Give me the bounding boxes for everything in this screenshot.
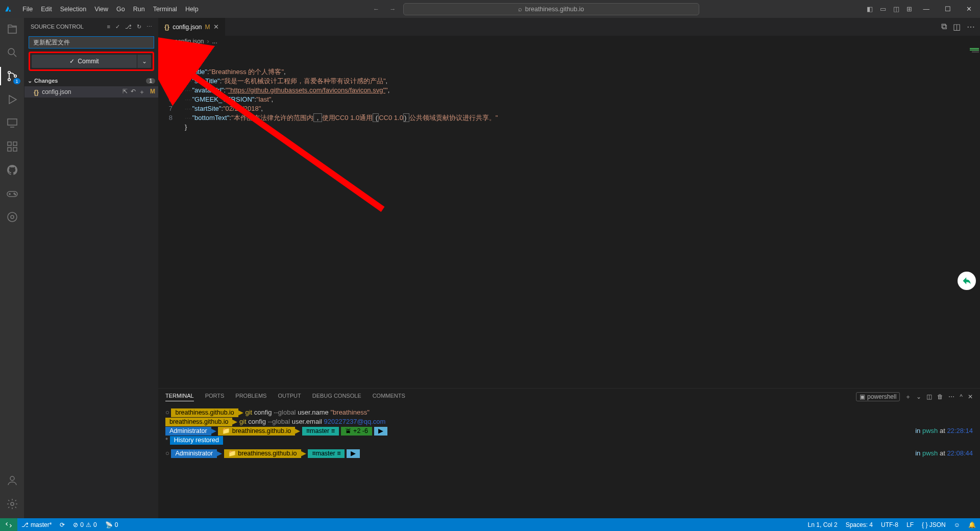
close-panel-icon[interactable]: ✕ xyxy=(968,393,973,400)
target-icon[interactable] xyxy=(5,210,19,224)
svg-point-15 xyxy=(11,502,14,505)
line-gutter: 12345678 xyxy=(158,47,179,388)
terminal-shell-selector[interactable]: ▣powershell xyxy=(856,392,900,401)
status-ports[interactable]: 📡0 xyxy=(101,521,122,528)
chevron-right-icon: › xyxy=(207,38,209,45)
github-icon[interactable] xyxy=(5,163,19,177)
split-terminal-icon[interactable]: ◫ xyxy=(926,393,932,400)
panel-tab-comments[interactable]: COMMENTS xyxy=(373,393,405,401)
more-tab-actions-icon[interactable]: ⋯ xyxy=(967,22,975,32)
layout-toggle-2-icon[interactable]: ▭ xyxy=(880,5,886,13)
changes-section-header[interactable]: ⌄ Changes 1 xyxy=(24,75,158,86)
nav-forward-icon[interactable]: → xyxy=(386,6,399,13)
status-branch[interactable]: ⎇master* xyxy=(17,521,56,528)
discard-changes-icon[interactable]: ↶ xyxy=(131,88,136,96)
json-file-icon: {} xyxy=(34,88,39,96)
changed-file-name: config.json xyxy=(42,88,71,95)
window-minimize-button[interactable]: — xyxy=(919,6,934,13)
commit-message-input[interactable] xyxy=(29,36,154,49)
json-file-icon: {} xyxy=(166,38,172,45)
menu-run[interactable]: Run xyxy=(129,6,149,13)
stage-changes-icon[interactable]: ＋ xyxy=(139,88,145,96)
terminal-dropdown-icon[interactable]: ⌄ xyxy=(916,393,921,400)
source-control-icon[interactable]: 1 xyxy=(5,69,19,83)
view-as-list-icon[interactable]: ≡ xyxy=(107,23,110,30)
open-file-icon[interactable]: ⇱ xyxy=(122,88,128,96)
extensions-icon[interactable] xyxy=(5,139,19,154)
status-spaces[interactable]: Spaces: 4 xyxy=(842,521,877,528)
layout-toggle-3-icon[interactable]: ◫ xyxy=(893,5,899,13)
svg-rect-16 xyxy=(970,48,979,49)
panel-tab-terminal[interactable]: TERMINAL xyxy=(165,393,194,401)
new-terminal-icon[interactable]: ＋ xyxy=(905,393,911,401)
menu-go[interactable]: Go xyxy=(112,6,129,13)
run-debug-icon[interactable] xyxy=(5,92,19,107)
commit-dropdown-button[interactable]: ⌄ xyxy=(137,55,151,68)
status-sync[interactable]: ⟳ xyxy=(56,521,69,528)
branch-icon[interactable]: ⎇ xyxy=(125,23,132,30)
account-icon[interactable] xyxy=(5,473,19,488)
svg-rect-5 xyxy=(8,142,11,146)
activity-bar: 1 xyxy=(0,18,24,518)
tab-close-icon[interactable]: ✕ xyxy=(213,23,219,31)
menu-file[interactable]: File xyxy=(18,6,37,13)
code-editor[interactable]: 12345678 { ····"title":"Breathiness 的个人博… xyxy=(158,47,980,388)
search-activity-icon[interactable] xyxy=(5,45,19,60)
menu-terminal[interactable]: Terminal xyxy=(149,6,181,13)
minimap[interactable] xyxy=(924,47,980,388)
panel-tab-debug[interactable]: DEBUG CONSOLE xyxy=(312,393,361,401)
menu-edit[interactable]: Edit xyxy=(37,6,56,13)
search-icon: ⌕ xyxy=(518,6,522,13)
bottom-panel: TERMINAL PORTS PROBLEMS OUTPUT DEBUG CON… xyxy=(158,388,980,518)
compare-changes-icon[interactable]: ⧉ xyxy=(941,22,947,32)
chevron-down-icon: ⌄ xyxy=(142,58,147,65)
svg-rect-6 xyxy=(13,142,17,146)
terminal-content[interactable]: ○ breathiness.github.io▶ git config --gl… xyxy=(158,405,980,461)
editor-tab-config[interactable]: {} config.json M ✕ xyxy=(158,18,226,36)
svg-rect-4 xyxy=(8,119,17,125)
gamepad-icon[interactable] xyxy=(5,186,19,201)
scm-badge: 1 xyxy=(13,78,20,84)
layout-customize-icon[interactable]: ⊞ xyxy=(906,5,912,13)
title-bar: File Edit Selection View Go Run Terminal… xyxy=(0,0,980,18)
kill-terminal-icon[interactable]: 🗑 xyxy=(937,393,943,400)
maximize-panel-icon[interactable]: ^ xyxy=(960,393,963,400)
status-language[interactable]: { } JSON xyxy=(918,521,950,528)
status-bell-icon[interactable]: 🔔 xyxy=(964,521,980,528)
split-editor-icon[interactable]: ◫ xyxy=(953,22,961,32)
settings-gear-icon[interactable] xyxy=(5,497,19,511)
commit-check-icon[interactable]: ✓ xyxy=(115,23,120,30)
status-errors[interactable]: ⊘0 ⚠0 xyxy=(69,521,101,528)
layout-toggle-1-icon[interactable]: ◧ xyxy=(867,5,873,13)
menu-selection[interactable]: Selection xyxy=(56,6,90,13)
floating-action-button[interactable] xyxy=(958,272,976,290)
code-content: { ····"title":"Breathiness 的个人博客", ····"… xyxy=(179,47,498,388)
changed-file-row[interactable]: {} config.json ⇱ ↶ ＋ M xyxy=(24,86,158,98)
menu-help[interactable]: Help xyxy=(181,6,203,13)
panel-tab-ports[interactable]: PORTS xyxy=(205,393,225,401)
commit-button-label: Commit xyxy=(78,58,99,65)
menu-view[interactable]: View xyxy=(90,6,112,13)
breadcrumb[interactable]: {} config.json › ... xyxy=(158,36,980,47)
panel-more-icon[interactable]: ⋯ xyxy=(948,393,954,400)
commit-button[interactable]: ✓ Commit xyxy=(32,55,137,68)
nav-back-icon[interactable]: ← xyxy=(370,6,383,13)
status-encoding[interactable]: UTF-8 xyxy=(877,521,902,528)
status-feedback-icon[interactable]: ☺ xyxy=(950,521,964,528)
editor-tab-bar: {} config.json M ✕ ⧉ ◫ ⋯ xyxy=(158,18,980,36)
tab-modified-badge: M xyxy=(205,23,210,31)
more-actions-icon[interactable]: ⋯ xyxy=(146,23,152,30)
remote-indicator[interactable] xyxy=(0,518,17,531)
status-bar: ⎇master* ⟳ ⊘0 ⚠0 📡0 Ln 1, Col 2 Spaces: … xyxy=(0,518,980,531)
modified-badge: M xyxy=(150,88,155,96)
explorer-icon[interactable] xyxy=(5,22,19,36)
status-cursor[interactable]: Ln 1, Col 2 xyxy=(804,521,842,528)
remote-explorer-icon[interactable] xyxy=(5,116,19,130)
status-eol[interactable]: LF xyxy=(902,521,918,528)
window-close-button[interactable]: ✕ xyxy=(962,5,976,13)
command-center-search[interactable]: ⌕ breathiness.github.io xyxy=(403,3,699,15)
panel-tab-output[interactable]: OUTPUT xyxy=(278,393,301,401)
panel-tab-problems[interactable]: PROBLEMS xyxy=(235,393,266,401)
window-maximize-button[interactable]: ☐ xyxy=(941,5,955,13)
refresh-icon[interactable]: ↻ xyxy=(137,23,141,30)
